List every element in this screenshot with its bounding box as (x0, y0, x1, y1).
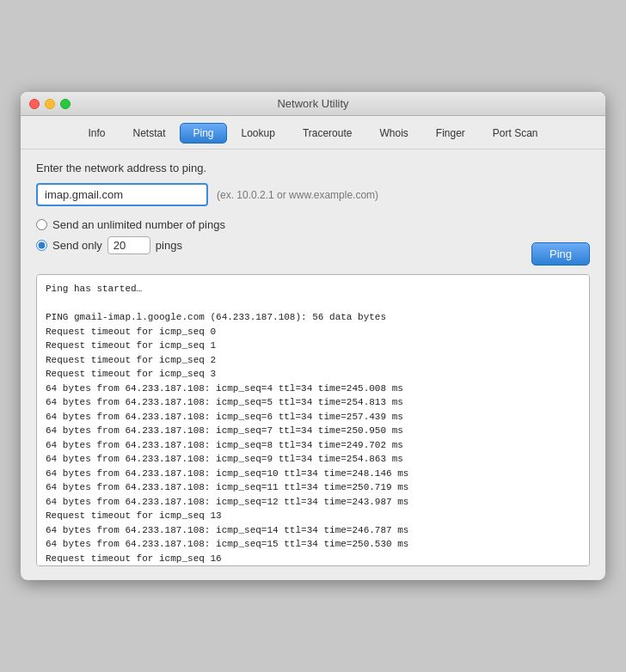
unlimited-radio[interactable] (36, 219, 47, 230)
tab-portscan[interactable]: Port Scan (480, 123, 551, 144)
instruction-label: Enter the network address to ping. (36, 162, 590, 174)
ping-count-input[interactable] (107, 236, 150, 254)
minimize-button[interactable] (45, 99, 55, 109)
unlimited-label: Send an unlimited number of pings (52, 218, 225, 231)
traffic-lights (29, 99, 71, 109)
main-content: Enter the network address to ping. (ex. … (21, 150, 605, 580)
sendonly-radio[interactable] (36, 240, 47, 251)
tab-finger[interactable]: Finger (423, 123, 478, 144)
sendonly-radio-row: Send only pings (36, 236, 590, 254)
tab-traceroute[interactable]: Traceroute (290, 123, 365, 144)
tab-ping[interactable]: Ping (180, 123, 226, 144)
tab-netstat[interactable]: Netstat (120, 123, 178, 144)
app-window: Network Utility Info Netstat Ping Lookup… (21, 92, 605, 580)
pings-label: pings (156, 239, 182, 252)
address-input[interactable] (36, 183, 208, 206)
tab-bar: Info Netstat Ping Lookup Traceroute Whoi… (21, 116, 605, 150)
tab-info[interactable]: Info (75, 123, 118, 144)
titlebar: Network Utility (21, 92, 605, 116)
maximize-button[interactable] (60, 99, 71, 109)
sendonly-label: Send only (52, 239, 102, 252)
ping-output: Ping has started… PING gmail-imap.l.goog… (36, 274, 590, 566)
address-row: (ex. 10.0.2.1 or www.example.com) (36, 183, 590, 206)
ping-button[interactable]: Ping (531, 242, 590, 266)
window-title: Network Utility (277, 97, 348, 110)
tab-lookup[interactable]: Lookup (229, 123, 288, 144)
close-button[interactable] (29, 99, 40, 109)
address-hint: (ex. 10.0.2.1 or www.example.com) (217, 189, 378, 201)
unlimited-radio-row: Send an unlimited number of pings (36, 218, 590, 231)
options-row: Send an unlimited number of pings Send o… (36, 218, 590, 254)
tab-whois[interactable]: Whois (366, 123, 420, 144)
